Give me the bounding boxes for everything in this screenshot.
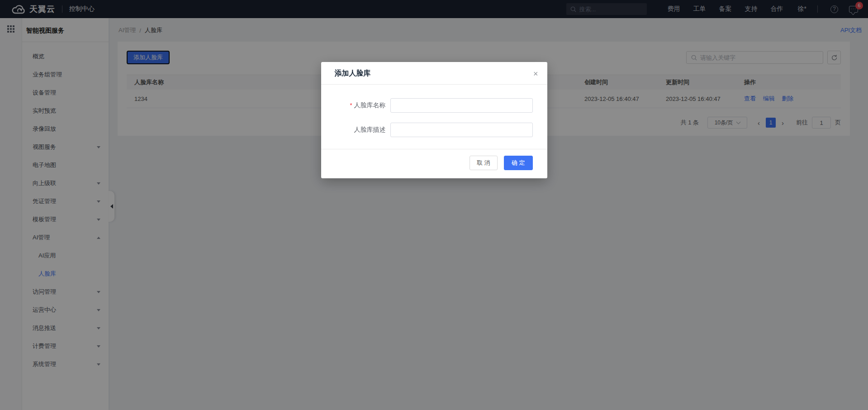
description-field-label: 人脸库描述 bbox=[321, 126, 390, 134]
dialog-title: 添加人脸库 bbox=[335, 69, 371, 78]
required-asterisk: * bbox=[350, 102, 352, 109]
name-field-label: *人脸库名称 bbox=[321, 101, 390, 110]
description-field[interactable] bbox=[390, 123, 533, 137]
close-icon[interactable]: × bbox=[533, 70, 538, 78]
cancel-button[interactable]: 取 消 bbox=[470, 156, 498, 170]
name-field[interactable] bbox=[390, 98, 533, 113]
dialog-footer: 取 消 确 定 bbox=[321, 149, 547, 178]
confirm-button[interactable]: 确 定 bbox=[504, 156, 533, 170]
modal-backdrop bbox=[0, 0, 868, 410]
add-face-library-dialog: 添加人脸库 × *人脸库名称 人脸库描述 取 消 确 定 bbox=[321, 62, 547, 178]
form-row-name: *人脸库名称 bbox=[321, 98, 533, 113]
dialog-header: 添加人脸库 × bbox=[321, 62, 547, 85]
dialog-body: *人脸库名称 人脸库描述 bbox=[321, 85, 547, 149]
form-row-description: 人脸库描述 bbox=[321, 123, 533, 137]
